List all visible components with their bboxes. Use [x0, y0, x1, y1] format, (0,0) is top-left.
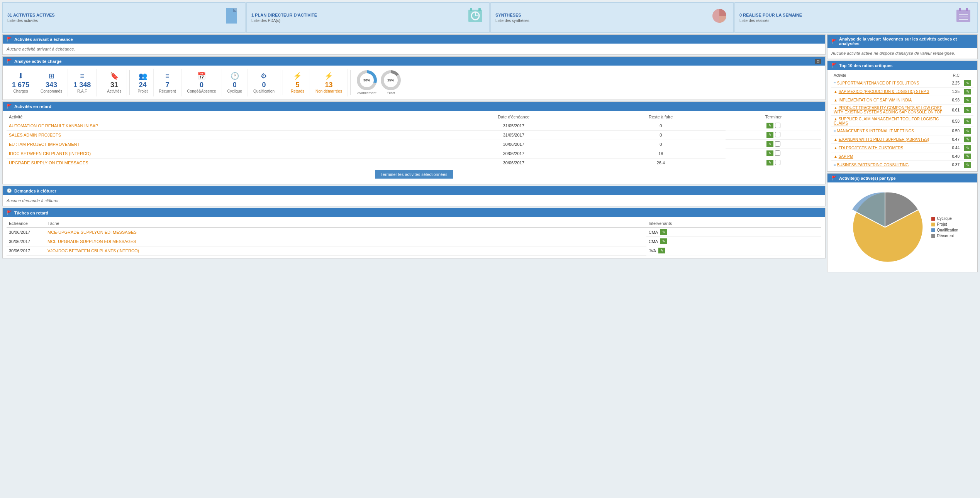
stat-consommes[interactable]: ⊞ 343 Consommés — [35, 69, 68, 96]
retard-cell-terminer: ✎ — [726, 158, 821, 167]
ratio-cell-name[interactable]: ▲ PRODUCT TRACEABILITY COMPONENTS AT LOW… — [831, 105, 946, 116]
ratio-edit-btn[interactable]: ✎ — [964, 145, 971, 151]
stat-conge[interactable]: 📅 0 Congé&Absence — [182, 69, 222, 96]
retard-cell-date: 30/06/2017 — [431, 149, 596, 158]
panel-top10-body: Activité R.C ≡ SUPPORT/MAINTENANCE OF IT… — [827, 70, 977, 171]
ratio-cell-name[interactable]: ≡ SUPPORT/MAINTENANCE OF IT SOLUTIONS — [831, 79, 946, 88]
retard-cell-name[interactable]: EU : IAM PROJECT IMPROVEMENT — [7, 140, 431, 149]
retard-cell-name[interactable]: SALES ADMIN PROJECTS — [7, 130, 431, 140]
panel-valeur-body: Aucune activité active ne dispose d'anal… — [827, 48, 977, 59]
project-icon: ▲ — [834, 98, 838, 102]
panel-pie-body: Cyclique Projet Qualification Récurrent — [827, 182, 977, 272]
ratio-cell-name[interactable]: ≡ MANAGEMENT & INTERNAL IT MEETINGS — [831, 127, 946, 135]
kpi-realises[interactable]: 0 RÉALISÉ POUR LA SEMAINE Liste des réal… — [734, 2, 978, 33]
ratio-edit-btn[interactable]: ✎ — [964, 128, 971, 134]
stat-projet[interactable]: 👥 24 Projet — [132, 69, 153, 96]
retard-edit-btn[interactable]: ✎ — [766, 132, 773, 138]
retard-row: EU : IAM PROJECT IMPROVEMENT 30/06/2017 … — [7, 140, 821, 149]
project-icon: ▲ — [834, 154, 838, 159]
ratio-cell-action[interactable]: ✎ — [962, 116, 973, 127]
ratio-cell-action[interactable]: ✎ — [962, 161, 973, 169]
kpi-realises-icon — [954, 7, 973, 29]
pie-chart — [846, 189, 924, 266]
ratio-cell-action[interactable]: ✎ — [962, 96, 973, 105]
ratio-edit-btn[interactable]: ✎ — [964, 107, 971, 113]
retard-check[interactable] — [775, 160, 780, 165]
stat-charges[interactable]: ⬇ 1 675 Charges — [7, 69, 35, 96]
kpi-pda[interactable]: 1 PLAN DIRECTEUR D'ACTIVITÉ Liste des PD… — [246, 2, 490, 33]
retard-cell-name[interactable]: UPGRADE SUPPLY ON EDI MESSAGES — [7, 158, 431, 167]
stat-retards[interactable]: ⚡ 5 Retards — [285, 69, 310, 96]
retard-edit-btn[interactable]: ✎ — [766, 141, 773, 147]
ratio-cell-rc: 0.37 — [946, 161, 962, 169]
ratio-cell-name[interactable]: ▲ SUPPLIER CLAIM MANAGEMENT TOOL FOR LOG… — [831, 116, 946, 127]
ratio-edit-btn[interactable]: ✎ — [964, 162, 971, 168]
stat-qualification[interactable]: ⚙ 0 Qualification — [248, 69, 280, 96]
stat-activites[interactable]: 🔖 31 Activités — [102, 69, 127, 96]
stat-recurrent[interactable]: ≡ 7 Récurrent — [154, 69, 182, 96]
fullscreen-button[interactable]: ⊡ — [815, 59, 821, 64]
retard-edit-btn[interactable]: ✎ — [766, 123, 773, 128]
taches-edit-btn[interactable]: ✎ — [660, 238, 667, 244]
ratio-edit-btn[interactable]: ✎ — [964, 89, 971, 95]
taches-edit-btn[interactable]: ✎ — [658, 248, 665, 253]
retard-check[interactable] — [775, 141, 780, 147]
taches-edit-btn[interactable]: ✎ — [660, 229, 667, 235]
ratio-cell-action[interactable]: ✎ — [962, 105, 973, 116]
stat-cyclique[interactable]: 🕐 0 Cyclique — [222, 69, 248, 96]
retard-check[interactable] — [775, 150, 780, 156]
ratio-cell-action[interactable]: ✎ — [962, 135, 973, 144]
taches-cell-tache[interactable]: MCE-UPGRADE SUPPLYON EDI MESSAGES — [45, 228, 646, 237]
retard-row: UPGRADE SUPPLY ON EDI MESSAGES 30/06/201… — [7, 158, 821, 167]
ratio-cell-name[interactable]: ▲ SAP PM — [831, 152, 946, 161]
panel-echeance-header: 🚩 Activités arrivant à échéance — [3, 35, 825, 44]
legend-cyclique: Cyclique — [931, 216, 958, 221]
btn-terminer-selected[interactable]: Terminer les activités sélectionnées — [375, 170, 453, 179]
ratio-cell-action[interactable]: ✎ — [962, 127, 973, 135]
ratio-cell-action[interactable]: ✎ — [962, 144, 973, 152]
flag-retard-icon: 🚩 — [7, 104, 12, 109]
kpi-syntheses[interactable]: SYNTHÈSES Liste des synthèses — [490, 2, 734, 33]
ratio-edit-btn[interactable]: ✎ — [964, 118, 971, 124]
ratio-cell-name[interactable]: ▲ EDI PROJECTS WITH CUSTOMERS — [831, 144, 946, 152]
stat-non-demarrees[interactable]: ⚡ 13 Non démarrées — [310, 69, 348, 96]
ratio-cell-action[interactable]: ✎ — [962, 79, 973, 88]
taches-cell-date: 30/06/2017 — [7, 228, 45, 237]
retard-check[interactable] — [775, 132, 780, 137]
ratio-edit-btn[interactable]: ✎ — [964, 97, 971, 103]
kpi-syntheses-sub: Liste des synthèses — [495, 19, 529, 23]
ratio-cell-name[interactable]: ▲ SAP MEXICO (PRODUCTION & LOGISTIC) STE… — [831, 88, 946, 96]
retard-cell-terminer: ✎ — [726, 140, 821, 149]
ratio-cell-name[interactable]: ≡ BUSINESS PARTNERING CONSULTING — [831, 161, 946, 169]
retard-edit-btn[interactable]: ✎ — [766, 160, 773, 165]
activites-stat-label: Activités — [107, 89, 121, 93]
stat-raf[interactable]: ≡ 1 348 R.A.F — [68, 69, 97, 96]
project-icon: ▲ — [834, 89, 838, 94]
ratio-cell-name[interactable]: ▲ IMPLEMENTATION OF SAP WM IN INDIA — [831, 96, 946, 105]
panel-pie: 🚩 Activité(s) active(s) par type — [827, 173, 978, 272]
ratio-cell-action[interactable]: ✎ — [962, 88, 973, 96]
recurrent-label: Récurrent — [159, 89, 176, 93]
ratio-cell-rc: 0.44 — [946, 144, 962, 152]
ratio-cell-name[interactable]: ▲ E.KANBAN WITH 1 PILOT SUPPLIER (ABRANT… — [831, 135, 946, 144]
retard-cell-name[interactable]: AUTOMATION OF RENAULT KANBAN IN SAP — [7, 121, 431, 131]
retard-edit-btn[interactable]: ✎ — [766, 150, 773, 156]
ratio-edit-btn[interactable]: ✎ — [964, 80, 971, 86]
kpi-activites[interactable]: 31 ACTIVITÉS ACTIVES Liste des activités — [2, 2, 246, 33]
ratio-edit-btn[interactable]: ✎ — [964, 137, 971, 142]
retard-check[interactable] — [775, 123, 780, 128]
ratio-cell-action[interactable]: ✎ — [962, 152, 973, 161]
main-layout: 🚩 Activités arrivant à échéance Aucune a… — [0, 34, 980, 275]
ratio-edit-btn[interactable]: ✎ — [964, 154, 971, 159]
ratio-row: ≡ SUPPORT/MAINTENANCE OF IT SOLUTIONS 2.… — [831, 79, 973, 88]
taches-cell-tache[interactable]: MCL-UPGRADE SUPPLYON EDI MESSAGES — [45, 237, 646, 246]
conge-icon: 📅 — [187, 72, 216, 80]
panel-demandes-empty: Aucune demande à clôturer. — [7, 198, 60, 203]
panel-valeur: 🚩 Analyse de la valeur: Moyennes sur les… — [827, 34, 978, 59]
retard-col-reste: Reste à faire — [596, 113, 726, 121]
taches-cell-tache[interactable]: VJO-IDOC BETWEEN CBI PLANTS (INTERCO) — [45, 246, 646, 255]
taches-col-tache: Tâche — [45, 219, 646, 228]
charges-icon: ⬇ — [12, 72, 29, 80]
taches-row: 30/06/2017 MCL-UPGRADE SUPPLYON EDI MESS… — [7, 237, 821, 246]
retard-cell-name[interactable]: IDOC BETWEEN CBI PLANTS (INTERCO) — [7, 149, 431, 158]
